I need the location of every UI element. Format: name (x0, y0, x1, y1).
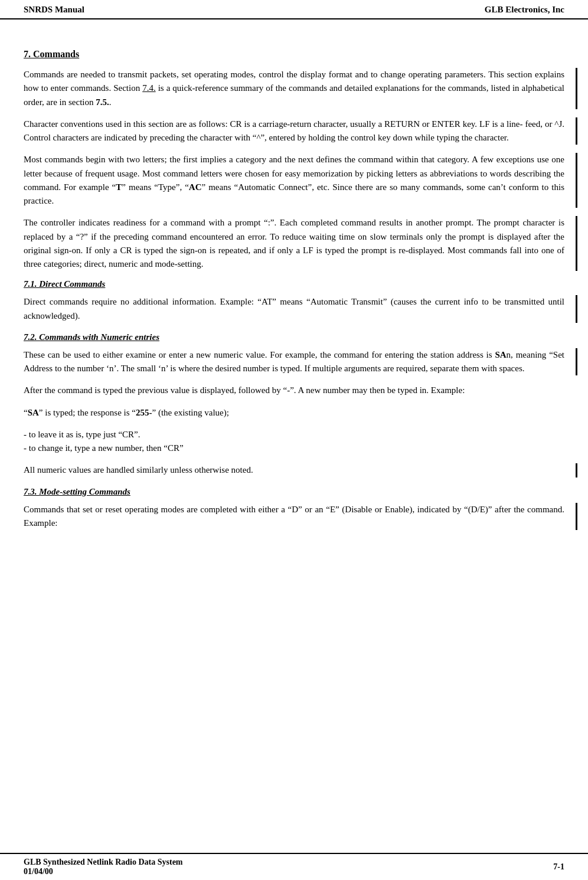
section-7-1: 7.1. Direct Commands Direct commands req… (24, 279, 564, 323)
section-7-1-para1-block: Direct commands require no additional in… (24, 295, 564, 323)
bold-SAn: SA (495, 350, 506, 359)
bold-255: 255- (136, 408, 152, 417)
section-7-2-title: 7.2. Commands with Numeric entries (24, 332, 564, 342)
page: SNRDS Manual GLB Electronics, Inc 7. Com… (0, 0, 588, 880)
section-ref-74: 7.4. (142, 83, 156, 93)
footer-left: GLB Synthesized Netlink Radio Data Syste… (24, 858, 183, 876)
section-7-3-para1-block: Commands that set or reset operating mod… (24, 503, 564, 531)
section-7-para2: Character conventions used in this secti… (24, 117, 564, 145)
page-footer: GLB Synthesized Netlink Radio Data Syste… (0, 853, 588, 880)
section-7-2: 7.2. Commands with Numeric entries These… (24, 332, 564, 477)
bold-T: T (116, 182, 122, 192)
footer-product: GLB Synthesized Netlink Radio Data Syste… (24, 858, 183, 866)
bold-SA: SA (28, 408, 39, 417)
bold-AC: AC (189, 182, 202, 192)
section-7-2-para5-block: All numeric values are handled similarly… (24, 463, 564, 477)
section-7-2-para1: These can be used to either examine or e… (24, 348, 564, 376)
section-7-2-para4: - to leave it as is, type just “CR”. - t… (24, 428, 564, 456)
section-7-para3: Most commands begin with two letters; th… (24, 153, 564, 208)
section-7-1-para1: Direct commands require no additional in… (24, 295, 564, 323)
main-content: 7. Commands Commands are needed to trans… (0, 19, 588, 853)
section-7-3: 7.3. Mode-setting Commands Commands that… (24, 487, 564, 531)
footer-page-number: 7-1 (553, 862, 564, 872)
section-7-2-para2: After the command is typed the previous … (24, 384, 564, 397)
section-7-title: 7. Commands (24, 49, 564, 60)
section-7-para4: The controller indicates readiness for a… (24, 216, 564, 271)
header-left: SNRDS Manual (24, 5, 84, 15)
section-7-para1: Commands are needed to transmit packets,… (24, 68, 564, 109)
footer-date: 01/04/00 (24, 867, 53, 876)
section-7-3-para1: Commands that set or reset operating mod… (24, 503, 564, 531)
section-7-2-para5: All numeric values are handled similarly… (24, 463, 564, 477)
section-7-para2-block: Character conventions used in this secti… (24, 117, 564, 145)
page-header: SNRDS Manual GLB Electronics, Inc (0, 0, 588, 19)
header-right: GLB Electronics, Inc (485, 5, 564, 15)
section-7-2-para1-block: These can be used to either examine or e… (24, 348, 564, 376)
section-7-2-para3: “SA” is typed; the response is “255-” (t… (24, 406, 564, 420)
section-7-1-title: 7.1. Direct Commands (24, 279, 564, 289)
section-7-para1-block: Commands are needed to transmit packets,… (24, 68, 564, 109)
section-7-para4-block: The controller indicates readiness for a… (24, 216, 564, 271)
section-7-3-title: 7.3. Mode-setting Commands (24, 487, 564, 497)
section-7: 7. Commands Commands are needed to trans… (24, 49, 564, 271)
section-7-para3-block: Most commands begin with two letters; th… (24, 153, 564, 208)
section-ref-75: 7.5. (96, 97, 109, 107)
